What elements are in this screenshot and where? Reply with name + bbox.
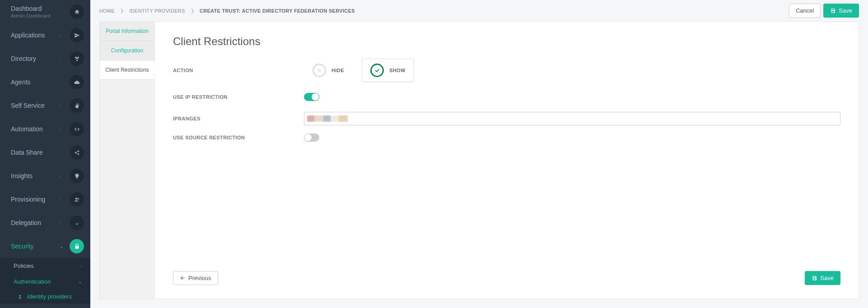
- iprange-tag: [307, 115, 348, 122]
- panel-title: Client Restrictions: [173, 35, 840, 48]
- step-portal-information[interactable]: Portal Information: [100, 22, 154, 41]
- sidebar-item-security[interactable]: Security ⌄: [0, 234, 90, 258]
- lock-icon: [70, 239, 84, 253]
- arrow-left-icon: [180, 275, 186, 281]
- sidebar-security-submenu: Policies ‹ Authentication ⌄ Identity pro…: [0, 258, 90, 303]
- chevron-left-icon: ‹: [60, 56, 64, 61]
- sidebar-item-insights[interactable]: Insights ‹: [0, 164, 90, 188]
- submenu-label: Policies: [14, 262, 34, 269]
- hand-icon: [70, 98, 84, 113]
- check-circle-icon: [370, 64, 384, 77]
- button-label: Cancel: [796, 7, 814, 14]
- main-content: HOME ❯ IDENTITY PROVIDERS ❯ CREATE TRUST…: [90, 0, 868, 308]
- svg-rect-2: [76, 60, 77, 60]
- chevron-down-icon: ⌄: [60, 244, 64, 249]
- sidebar-item-label: Dashboard: [11, 5, 42, 12]
- breadcrumb-idp[interactable]: IDENTITY PROVIDERS: [130, 8, 185, 14]
- breadcrumb: HOME ❯ IDENTITY PROVIDERS ❯ CREATE TRUST…: [99, 8, 355, 14]
- sidebar-item-label: Data Share: [11, 149, 60, 156]
- radio-label: SHOW: [389, 68, 406, 73]
- ipranges-input[interactable]: [304, 112, 840, 125]
- arrow-down-icon: [70, 216, 84, 230]
- cancel-button[interactable]: Cancel: [789, 4, 821, 18]
- chevron-left-icon: ‹: [60, 126, 64, 132]
- sidebar-item-provisioning[interactable]: Provisioning ‹: [0, 188, 90, 211]
- submenu-label: Identity providers: [27, 293, 72, 300]
- share-icon: [70, 145, 84, 160]
- sidebar-item-label: Agents: [11, 78, 60, 86]
- radio-hide[interactable]: HIDE: [304, 59, 353, 82]
- button-label: Save: [820, 275, 834, 281]
- row-ipranges: IPRANGES: [173, 112, 840, 125]
- breadcrumb-home[interactable]: HOME: [99, 8, 115, 14]
- panel-footer: Previous Save: [173, 257, 840, 285]
- radio-label: HIDE: [331, 68, 344, 73]
- radio-show[interactable]: SHOW: [362, 59, 414, 82]
- sidebar-item-dashboard[interactable]: Dashboard Admin Dashboard: [0, 0, 90, 23]
- sidebar-item-delegation[interactable]: Delegation ‹: [0, 211, 90, 234]
- chevron-left-icon: ‹: [60, 220, 64, 225]
- save-icon: [812, 275, 817, 281]
- cloud-icon: [70, 75, 84, 89]
- sidebar-item-label: Delegation: [11, 219, 60, 226]
- home-icon: [70, 5, 84, 19]
- toggle-use-source[interactable]: [304, 133, 319, 142]
- save-button[interactable]: Save: [823, 4, 859, 18]
- sidebar-item-applications[interactable]: Applications ‹: [0, 23, 90, 47]
- label-use-source: USE SOURCE RESTRICTION: [173, 135, 304, 140]
- sidebar-item-label: Insights: [11, 172, 60, 179]
- toggle-use-ip[interactable]: [304, 93, 319, 101]
- sidebar-item-label: Provisioning: [11, 196, 60, 203]
- chevron-down-icon: ⌄: [78, 279, 82, 285]
- submenu-identity-providers[interactable]: Identity providers: [14, 290, 90, 303]
- radio-group-action: HIDE SHOW: [304, 59, 840, 82]
- button-label: Previous: [188, 275, 211, 281]
- row-action: ACTION HIDE: [173, 59, 840, 82]
- svg-rect-1: [77, 57, 79, 58]
- label-action: ACTION: [173, 68, 304, 73]
- submenu-label: Authentication: [14, 278, 51, 285]
- previous-button[interactable]: Previous: [173, 271, 218, 285]
- svg-point-5: [78, 153, 79, 155]
- svg-point-4: [78, 150, 79, 152]
- submenu-authentication[interactable]: Authentication ⌄: [14, 274, 90, 290]
- user-plus-icon: [18, 294, 23, 299]
- sidebar-item-label: Automation: [11, 125, 60, 133]
- wizard-steps: Portal Information Configuration Client …: [100, 22, 155, 299]
- chevron-left-icon: ‹: [80, 263, 82, 269]
- submenu-policies[interactable]: Policies ‹: [14, 258, 90, 274]
- save-button-footer[interactable]: Save: [805, 271, 840, 285]
- chevron-left-icon: ‹: [60, 103, 64, 108]
- bulb-icon: [70, 169, 84, 183]
- sidebar-item-datashare[interactable]: Data Share: [0, 141, 90, 164]
- topbar: HOME ❯ IDENTITY PROVIDERS ❯ CREATE TRUST…: [90, 0, 868, 21]
- chevron-right-icon: ❯: [120, 8, 124, 13]
- users-icon: [70, 192, 84, 207]
- row-use-ip: USE IP RESTRICTION: [173, 93, 840, 101]
- label-use-ip: USE IP RESTRICTION: [173, 94, 304, 100]
- sidebar: Dashboard Admin Dashboard Applications ‹…: [0, 0, 90, 308]
- save-icon: [830, 8, 836, 14]
- sidebar-item-label: Directory: [11, 55, 60, 62]
- sidebar-item-selfservice[interactable]: Self Service ‹: [0, 94, 90, 117]
- sidebar-item-label: Security: [11, 243, 60, 250]
- step-label: Configuration: [111, 47, 143, 54]
- panel: Client Restrictions ACTION HIDE: [155, 22, 859, 299]
- step-label: Portal Information: [106, 28, 149, 34]
- svg-rect-0: [75, 57, 76, 58]
- sidebar-item-automation[interactable]: Automation ‹: [0, 117, 90, 141]
- wizard-card: Portal Information Configuration Client …: [99, 21, 859, 299]
- svg-point-8: [19, 295, 21, 297]
- step-label: Client Restrictions: [105, 67, 149, 73]
- send-icon: [70, 28, 84, 42]
- label-ipranges: IPRANGES: [173, 116, 304, 121]
- sidebar-item-label: Self Service: [11, 102, 60, 109]
- sidebar-item-directory[interactable]: Directory ‹: [0, 47, 90, 70]
- step-configuration[interactable]: Configuration: [100, 41, 154, 60]
- sidebar-item-agents[interactable]: Agents: [0, 70, 90, 94]
- x-circle-icon: [313, 64, 326, 77]
- code-icon: [70, 122, 84, 136]
- chevron-right-icon: ❯: [191, 8, 194, 13]
- sidebar-item-sublabel: Admin Dashboard: [11, 13, 70, 18]
- step-client-restrictions[interactable]: Client Restrictions: [100, 60, 154, 80]
